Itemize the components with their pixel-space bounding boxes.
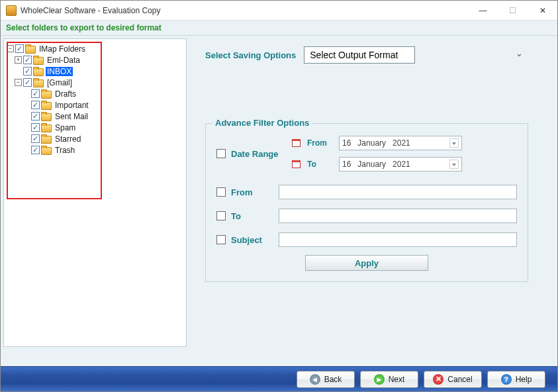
window-controls: — ☐ ✕	[468, 1, 557, 21]
chevron-down-icon[interactable]	[449, 160, 459, 169]
back-icon: ◄	[310, 374, 320, 385]
next-button[interactable]: ► Next	[360, 371, 418, 388]
tree-node-gmail[interactable]: − ✓ [Gmail]	[7, 77, 183, 88]
folder-icon	[41, 123, 52, 132]
saving-options-row: Select Saving Options Select Output Form…	[205, 46, 528, 64]
date-from-row: From 16 January 2021	[292, 136, 462, 150]
node-label: Sent Mail	[54, 112, 89, 121]
date-from-label: From	[307, 138, 334, 148]
checkbox[interactable]: ✓	[31, 101, 40, 109]
tree-node-drafts[interactable]: ✓ Drafts	[7, 88, 183, 99]
date-range-row: Date Range From 16 January 2021	[216, 136, 517, 172]
date-to-row: To 16 January 2021	[292, 157, 462, 172]
node-label: INBOX	[46, 67, 73, 76]
apply-button[interactable]: Apply	[305, 255, 428, 271]
folder-icon	[41, 112, 52, 121]
advance-filter-fieldset: Advance Filter Options Date Range From 1…	[205, 123, 528, 282]
options-panel: Select Saving Options Select Output Form…	[192, 38, 555, 366]
date-range-label: Date Range	[231, 149, 292, 159]
saving-options-label: Select Saving Options	[205, 50, 296, 60]
to-input[interactable]	[279, 209, 517, 223]
output-format-select-wrap: Select Output Format	[304, 46, 528, 64]
folder-icon	[33, 56, 44, 64]
subject-checkbox[interactable]	[216, 235, 226, 244]
node-label: [Gmail]	[46, 78, 73, 87]
folder-icon	[33, 67, 44, 75]
instruction-banner: Select folders to export to desired form…	[1, 21, 557, 36]
subject-row: Subject	[216, 231, 517, 248]
checkbox[interactable]: ✓	[31, 134, 40, 143]
expand-toggle-icon[interactable]: +	[15, 56, 22, 64]
expand-toggle-icon[interactable]: −	[15, 79, 22, 86]
next-icon: ►	[374, 374, 385, 385]
node-label: IMap Folders	[38, 44, 87, 54]
window-title: WholeClear Software - Evaluation Copy	[21, 6, 468, 15]
app-window: WholeClear Software - Evaluation Copy — …	[0, 0, 558, 392]
tree-node-starred[interactable]: ✓ Starred	[7, 133, 183, 144]
node-label: Spam	[54, 123, 77, 132]
checkbox[interactable]: ✓	[31, 123, 40, 132]
tree-node-important[interactable]: ✓ Important	[7, 99, 183, 111]
expand-toggle-icon[interactable]: −	[7, 45, 14, 52]
fieldset-legend: Advance Filter Options	[212, 118, 312, 128]
cancel-button[interactable]: ✕ Cancel	[424, 371, 482, 388]
folder-icon	[41, 89, 52, 98]
folder-icon	[41, 101, 52, 109]
node-label: Starred	[54, 134, 82, 144]
tree-node-root[interactable]: − ✓ IMap Folders	[7, 43, 183, 54]
folder-icon	[25, 44, 36, 53]
date-range-block: From 16 January 2021	[292, 136, 462, 172]
subject-label: Subject	[231, 235, 279, 245]
tree-node-inbox[interactable]: ✓ INBOX	[7, 66, 183, 77]
checkbox[interactable]: ✓	[31, 146, 40, 154]
tree-node-spam[interactable]: ✓ Spam	[7, 122, 183, 133]
folder-tree: − ✓ IMap Folders + ✓ Eml-Data ✓ INBOX	[4, 39, 186, 160]
tree-node-emldata[interactable]: + ✓ Eml-Data	[7, 54, 183, 66]
checkbox[interactable]: ✓	[31, 89, 40, 98]
date-from-picker[interactable]: 16 January 2021	[339, 136, 462, 150]
folder-icon	[41, 146, 52, 154]
help-icon: ?	[501, 374, 512, 385]
from-row: From	[216, 183, 517, 201]
main-body: − ✓ IMap Folders + ✓ Eml-Data ✓ INBOX	[1, 36, 557, 366]
maximize-button[interactable]: ☐	[498, 1, 528, 21]
node-label: Drafts	[54, 89, 77, 99]
tree-spacer	[15, 68, 22, 75]
back-button[interactable]: ◄ Back	[297, 371, 355, 388]
checkbox[interactable]: ✓	[23, 78, 32, 87]
tree-node-sentmail[interactable]: ✓ Sent Mail	[7, 111, 183, 122]
to-row: To	[216, 207, 517, 224]
close-button[interactable]: ✕	[528, 1, 557, 21]
node-label: Important	[54, 101, 90, 110]
date-range-checkbox[interactable]	[216, 149, 226, 158]
subject-input[interactable]	[279, 232, 517, 247]
folder-tree-panel: − ✓ IMap Folders + ✓ Eml-Data ✓ INBOX	[3, 38, 187, 347]
help-button[interactable]: ? Help	[487, 371, 545, 388]
tree-node-trash[interactable]: ✓ Trash	[7, 144, 183, 156]
to-checkbox[interactable]	[216, 211, 226, 220]
chevron-down-icon[interactable]	[449, 138, 459, 148]
folder-icon	[41, 134, 52, 143]
app-icon	[6, 5, 17, 16]
calendar-icon	[292, 139, 301, 147]
from-label: From	[231, 187, 279, 197]
from-checkbox[interactable]	[216, 187, 226, 197]
date-to-picker[interactable]: 16 January 2021	[339, 157, 462, 172]
cancel-icon: ✕	[433, 374, 443, 385]
minimize-button[interactable]: —	[468, 1, 498, 21]
titlebar: WholeClear Software - Evaluation Copy — …	[1, 1, 557, 21]
output-format-select[interactable]: Select Output Format	[304, 46, 415, 64]
checkbox[interactable]: ✓	[15, 44, 24, 53]
node-label: Trash	[54, 146, 76, 155]
from-input[interactable]	[279, 185, 517, 199]
to-label: To	[231, 211, 279, 221]
calendar-icon	[292, 160, 301, 168]
node-label: Eml-Data	[46, 56, 81, 65]
checkbox[interactable]: ✓	[23, 56, 32, 64]
folder-icon	[33, 78, 44, 87]
bottom-toolbar: ◄ Back ► Next ✕ Cancel ? Help	[1, 366, 557, 391]
date-to-label: To	[307, 160, 334, 169]
checkbox[interactable]: ✓	[23, 67, 32, 75]
checkbox[interactable]: ✓	[31, 112, 40, 121]
